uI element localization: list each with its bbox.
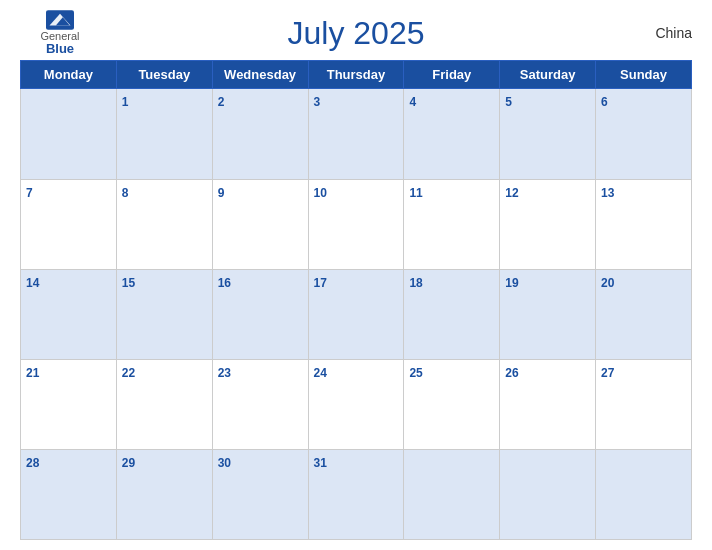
day-number: 15 xyxy=(122,276,135,290)
calendar-cell: 29 xyxy=(116,449,212,539)
day-number: 29 xyxy=(122,456,135,470)
weekday-header-monday: Monday xyxy=(21,61,117,89)
weekday-header-row: MondayTuesdayWednesdayThursdayFridaySatu… xyxy=(21,61,692,89)
weekday-header-friday: Friday xyxy=(404,61,500,89)
calendar-cell: 26 xyxy=(500,359,596,449)
day-number: 22 xyxy=(122,366,135,380)
calendar-week-row: 78910111213 xyxy=(21,179,692,269)
calendar-cell: 13 xyxy=(596,179,692,269)
calendar-cell: 21 xyxy=(21,359,117,449)
day-number: 8 xyxy=(122,186,129,200)
day-number: 10 xyxy=(314,186,327,200)
calendar-cell: 2 xyxy=(212,89,308,179)
day-number: 16 xyxy=(218,276,231,290)
day-number: 26 xyxy=(505,366,518,380)
calendar-cell: 23 xyxy=(212,359,308,449)
calendar-week-row: 14151617181920 xyxy=(21,269,692,359)
day-number: 14 xyxy=(26,276,39,290)
calendar-cell: 17 xyxy=(308,269,404,359)
calendar-cell: 28 xyxy=(21,449,117,539)
day-number: 9 xyxy=(218,186,225,200)
day-number: 5 xyxy=(505,95,512,109)
day-number: 13 xyxy=(601,186,614,200)
weekday-header-saturday: Saturday xyxy=(500,61,596,89)
day-number: 27 xyxy=(601,366,614,380)
calendar-cell: 3 xyxy=(308,89,404,179)
logo-blue-text: Blue xyxy=(46,42,74,56)
calendar-cell: 15 xyxy=(116,269,212,359)
day-number: 7 xyxy=(26,186,33,200)
day-number: 31 xyxy=(314,456,327,470)
day-number: 6 xyxy=(601,95,608,109)
calendar-header: General Blue July 2025 China xyxy=(20,10,692,56)
weekday-header-tuesday: Tuesday xyxy=(116,61,212,89)
country-label: China xyxy=(612,25,692,41)
day-number: 19 xyxy=(505,276,518,290)
calendar-cell: 6 xyxy=(596,89,692,179)
day-number: 11 xyxy=(409,186,422,200)
day-number: 4 xyxy=(409,95,416,109)
weekday-header-sunday: Sunday xyxy=(596,61,692,89)
calendar-cell: 9 xyxy=(212,179,308,269)
calendar-cell xyxy=(500,449,596,539)
day-number: 17 xyxy=(314,276,327,290)
weekday-header-thursday: Thursday xyxy=(308,61,404,89)
calendar-cell: 24 xyxy=(308,359,404,449)
calendar-cell: 19 xyxy=(500,269,596,359)
day-number: 18 xyxy=(409,276,422,290)
calendar-cell: 4 xyxy=(404,89,500,179)
calendar-cell xyxy=(404,449,500,539)
calendar-week-row: 28293031 xyxy=(21,449,692,539)
day-number: 30 xyxy=(218,456,231,470)
calendar-cell: 22 xyxy=(116,359,212,449)
calendar-cell: 30 xyxy=(212,449,308,539)
calendar-cell: 10 xyxy=(308,179,404,269)
calendar-cell: 27 xyxy=(596,359,692,449)
calendar-cell: 1 xyxy=(116,89,212,179)
calendar-cell: 16 xyxy=(212,269,308,359)
calendar-cell: 8 xyxy=(116,179,212,269)
calendar-cell xyxy=(596,449,692,539)
calendar-cell: 14 xyxy=(21,269,117,359)
day-number: 25 xyxy=(409,366,422,380)
calendar-cell: 7 xyxy=(21,179,117,269)
logo-icon xyxy=(46,10,74,30)
day-number: 24 xyxy=(314,366,327,380)
day-number: 12 xyxy=(505,186,518,200)
calendar-cell: 12 xyxy=(500,179,596,269)
calendar-week-row: 21222324252627 xyxy=(21,359,692,449)
calendar-cell: 31 xyxy=(308,449,404,539)
day-number: 3 xyxy=(314,95,321,109)
page-title: July 2025 xyxy=(100,15,612,52)
calendar-cell: 25 xyxy=(404,359,500,449)
calendar-cell: 11 xyxy=(404,179,500,269)
day-number: 21 xyxy=(26,366,39,380)
calendar-week-row: 123456 xyxy=(21,89,692,179)
calendar-cell: 20 xyxy=(596,269,692,359)
day-number: 23 xyxy=(218,366,231,380)
calendar-cell xyxy=(21,89,117,179)
weekday-header-wednesday: Wednesday xyxy=(212,61,308,89)
day-number: 28 xyxy=(26,456,39,470)
logo: General Blue xyxy=(20,10,100,56)
day-number: 2 xyxy=(218,95,225,109)
day-number: 20 xyxy=(601,276,614,290)
calendar-cell: 5 xyxy=(500,89,596,179)
day-number: 1 xyxy=(122,95,129,109)
calendar-cell: 18 xyxy=(404,269,500,359)
calendar-table: MondayTuesdayWednesdayThursdayFridaySatu… xyxy=(20,60,692,540)
